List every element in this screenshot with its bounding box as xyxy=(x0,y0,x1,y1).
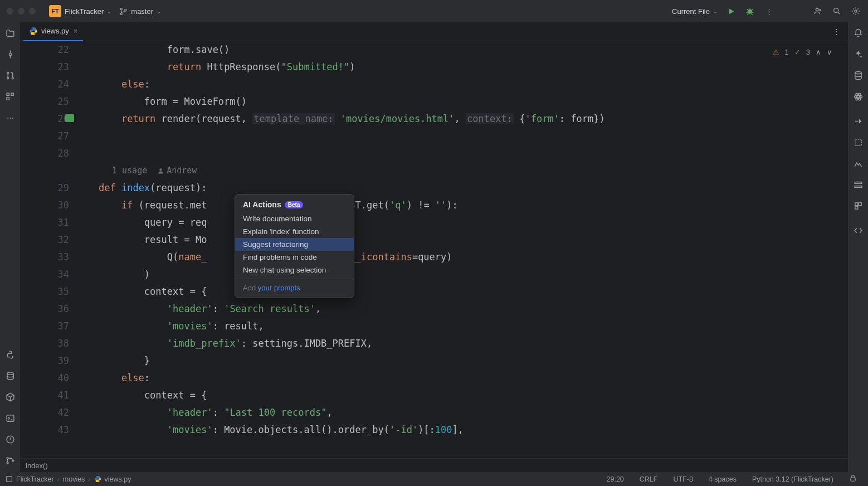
ai-assistant-icon[interactable] xyxy=(852,48,864,60)
status-position[interactable]: 29:20 xyxy=(601,475,630,483)
python-packages-icon[interactable] xyxy=(4,391,16,403)
min-dot[interactable] xyxy=(18,8,25,14)
popup-item-explain[interactable]: Explain 'index' function xyxy=(235,225,354,238)
status-indent[interactable]: 4 spaces xyxy=(703,475,742,483)
code-line[interactable]: 40 else: xyxy=(20,370,848,387)
popup-title: AI Actions xyxy=(243,200,281,209)
statusbar: FlickTracker › movies › views.py 29:20 C… xyxy=(0,472,868,486)
svg-point-1 xyxy=(120,13,122,14)
code-line[interactable]: 29 def index(request): xyxy=(20,179,848,197)
more-tools-icon[interactable]: ⋯ xyxy=(4,111,16,124)
path-seg-2[interactable]: views.py xyxy=(105,475,131,483)
popup-add-prompts[interactable]: Add your prompts xyxy=(235,281,354,294)
tab-more-icon[interactable]: ⋮ xyxy=(825,27,848,36)
check-icon: ✓ xyxy=(794,48,801,56)
code-editor[interactable]: ⚠1 ✓3 ∧ ∨ 22 form.save()23 return HttpRe… xyxy=(20,41,848,458)
inspection-widget[interactable]: ⚠1 ✓3 ∧ ∨ xyxy=(773,48,832,56)
popup-item-problems[interactable]: Find problems in code xyxy=(235,251,354,264)
code-line[interactable]: 25 form = MovieForm() xyxy=(20,93,848,110)
terminal-icon[interactable] xyxy=(4,412,16,424)
debug-button[interactable] xyxy=(744,6,755,17)
popup-item-new-chat[interactable]: New chat using selection xyxy=(235,264,354,276)
code-line[interactable]: 27 xyxy=(20,128,848,145)
status-encoding[interactable]: UTF-8 xyxy=(667,475,698,483)
profiler-icon[interactable] xyxy=(852,157,864,169)
svg-point-17 xyxy=(7,457,8,459)
next-problem-icon[interactable]: ∨ xyxy=(827,48,832,56)
code-line[interactable]: 24 else: xyxy=(20,76,848,93)
svg-rect-30 xyxy=(859,202,861,205)
tab-views-py[interactable]: views.py × xyxy=(23,22,83,41)
gutter-run-icon[interactable] xyxy=(65,114,74,122)
commit-tool-icon[interactable] xyxy=(4,48,16,60)
search-icon[interactable] xyxy=(831,6,842,17)
code-line[interactable]: 34 ) xyxy=(20,266,848,283)
svg-point-9 xyxy=(7,77,8,79)
code-line[interactable]: 38 'imdb_prefix': settings.IMDB_PREFIX, xyxy=(20,335,848,352)
database-icon[interactable] xyxy=(852,69,864,81)
code-with-me-icon[interactable] xyxy=(812,6,823,17)
project-selector[interactable]: FT FlickTracker ⌄ xyxy=(49,5,111,17)
collapse-icon[interactable] xyxy=(852,115,864,127)
run-button[interactable] xyxy=(725,6,737,17)
svg-rect-15 xyxy=(7,415,14,421)
coverage-icon[interactable] xyxy=(852,136,864,148)
code-line[interactable]: 31 query = req strip() xyxy=(20,214,848,231)
lock-icon[interactable] xyxy=(843,474,862,484)
code-line[interactable]: 36 'header': 'Search results', xyxy=(20,300,848,318)
svg-rect-13 xyxy=(7,97,9,99)
http-client-icon[interactable] xyxy=(852,224,864,236)
popup-item-write-doc[interactable]: Write documentation xyxy=(235,212,354,225)
vcs-tool-icon[interactable] xyxy=(4,454,16,466)
code-line[interactable]: 28 xyxy=(20,145,848,162)
tab-close-icon[interactable]: × xyxy=(74,27,78,35)
python-console-icon[interactable] xyxy=(4,348,16,361)
svg-point-6 xyxy=(855,10,857,12)
code-line[interactable]: 43 'movies': Movie.objects.all().order_b… xyxy=(20,421,848,439)
prev-problem-icon[interactable]: ∧ xyxy=(816,48,821,56)
pull-requests-icon[interactable] xyxy=(4,69,16,81)
notifications-icon[interactable] xyxy=(852,27,864,39)
path-seg-0[interactable]: FlickTracker xyxy=(16,475,54,483)
author-hint[interactable]: Andrew xyxy=(157,162,197,179)
code-line[interactable]: 42 'header': "Last 100 records", xyxy=(20,404,848,421)
popup-add-link[interactable]: your prompts xyxy=(258,284,300,292)
code-line[interactable]: 26 return render(request, template_name:… xyxy=(20,110,848,128)
services-icon[interactable] xyxy=(4,370,16,382)
code-line[interactable]: 32 result = Mo xyxy=(20,231,848,249)
more-button[interactable]: ⋮ xyxy=(763,6,774,17)
nav-bar[interactable]: FlickTracker › movies › views.py xyxy=(6,475,131,483)
close-dot[interactable] xyxy=(7,8,13,14)
sci-view-icon[interactable] xyxy=(852,90,864,103)
problems-tool-icon[interactable] xyxy=(4,433,16,445)
code-line[interactable]: 23 return HttpResponse("Submitted!") xyxy=(20,59,848,76)
branch-selector[interactable]: master ⌄ xyxy=(119,7,161,16)
code-line[interactable]: 30 if (request.met (request.POST.get('q'… xyxy=(20,197,848,214)
code-line[interactable]: 41 context = { xyxy=(20,387,848,404)
run-config-selector[interactable]: Current File ⌄ xyxy=(672,7,718,16)
endpoints-icon[interactable] xyxy=(852,178,864,191)
svg-rect-27 xyxy=(855,182,862,183)
status-eol[interactable]: CRLF xyxy=(634,475,664,483)
branch-icon xyxy=(119,7,128,16)
plugins-icon[interactable] xyxy=(852,200,864,212)
settings-icon[interactable] xyxy=(850,6,861,17)
code-line[interactable]: 33 Q(name_ Q(alt_name__icontains=query) xyxy=(20,249,848,266)
code-line[interactable]: 39 } xyxy=(20,352,848,370)
code-line[interactable]: 35 context = { xyxy=(20,283,848,300)
max-dot[interactable] xyxy=(29,8,36,14)
structure-tool-icon[interactable] xyxy=(4,90,16,103)
status-interpreter[interactable]: Python 3.12 (FlickTracker) xyxy=(747,475,839,483)
popup-item-refactor[interactable]: Suggest refactoring xyxy=(235,238,354,251)
project-tool-icon[interactable] xyxy=(4,27,16,39)
svg-point-22 xyxy=(857,95,859,98)
usages-hint[interactable]: 1 usage xyxy=(112,162,147,179)
path-seg-1[interactable]: movies xyxy=(63,475,85,483)
editor-breadcrumb[interactable]: index() xyxy=(20,458,848,472)
warning-icon: ⚠ xyxy=(773,48,779,56)
chevron-down-icon: ⌄ xyxy=(107,8,111,14)
code-line[interactable]: 37 'movies': result, xyxy=(20,318,848,335)
svg-point-20 xyxy=(160,168,162,171)
popup-header: AI Actions Beta xyxy=(235,198,354,212)
code-line[interactable]: 22 form.save() xyxy=(20,41,848,59)
